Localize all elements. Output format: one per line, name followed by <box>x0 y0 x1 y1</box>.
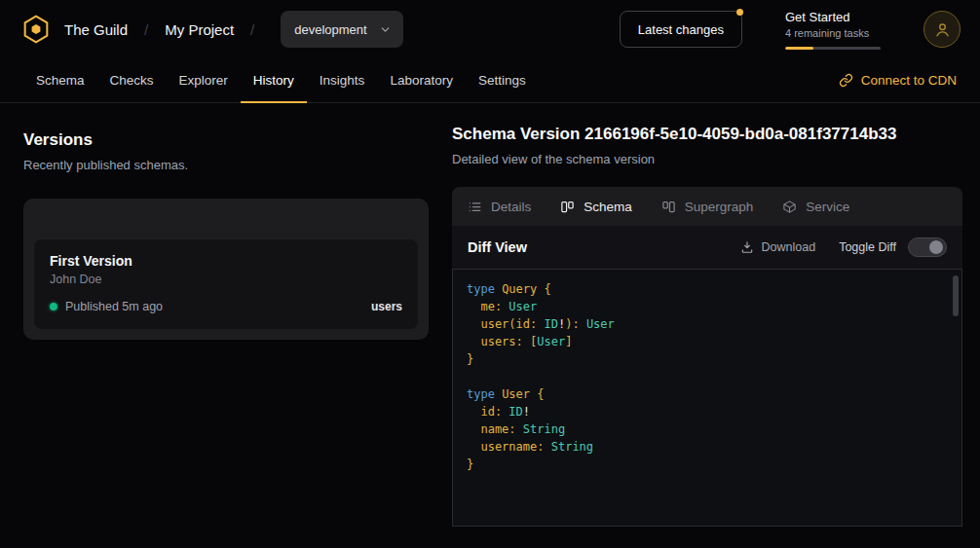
tab-details[interactable]: Details <box>468 200 531 214</box>
environment-selector[interactable]: development <box>281 11 402 48</box>
detail-tabs: Details Schema Supergraph <box>452 187 962 226</box>
diff-actions: Download Toggle Diff <box>740 237 947 257</box>
version-detail-section: Schema Version 2166196f-5e10-4059-bd0a-0… <box>452 125 980 548</box>
tab-service-label: Service <box>806 200 849 214</box>
toggle-diff-group: Toggle Diff <box>839 237 947 257</box>
version-name: First Version <box>50 253 402 269</box>
nav-tab-explorer[interactable]: Explorer <box>167 58 241 103</box>
version-author: John Doe <box>50 273 402 286</box>
version-status-row: Published 5m ago users <box>50 300 402 313</box>
get-started-subtitle: 4 remaining tasks <box>785 27 881 39</box>
get-started-title: Get Started <box>785 10 881 24</box>
versions-section: Versions Recently published schemas. Fir… <box>0 125 452 548</box>
nav-tab-insights[interactable]: Insights <box>307 58 378 103</box>
main-content: Versions Recently published schemas. Fir… <box>0 103 980 548</box>
schema-icon <box>560 200 575 214</box>
version-detail-subtitle: Detailed view of the schema version <box>452 152 962 166</box>
guild-logo-icon[interactable] <box>19 13 53 46</box>
app-root: The Guild / My Project / development Lat… <box>0 0 980 548</box>
version-status: Published 5m ago <box>65 300 163 313</box>
list-icon <box>468 200 482 214</box>
nav-tab-checks[interactable]: Checks <box>97 58 167 103</box>
breadcrumb-separator: / <box>144 21 148 38</box>
top-header: The Guild / My Project / development Lat… <box>0 0 980 58</box>
download-label: Download <box>762 240 816 254</box>
tab-schema-label: Schema <box>584 200 632 214</box>
diff-view-header: Diff View Download Toggle Diff <box>452 226 962 269</box>
progress-fill <box>785 47 813 50</box>
connect-to-cdn-link[interactable]: Connect to CDN <box>839 58 957 102</box>
latest-changes-button[interactable]: Latest changes <box>620 11 742 48</box>
nav-tab-settings[interactable]: Settings <box>466 58 539 103</box>
tab-supergraph-label: Supergraph <box>685 200 754 214</box>
latest-changes-label: Latest changes <box>638 22 724 37</box>
person-icon <box>933 20 952 39</box>
toggle-diff-label: Toggle Diff <box>839 240 896 254</box>
tab-schema[interactable]: Schema <box>560 200 632 214</box>
breadcrumb-project[interactable]: My Project <box>165 21 234 38</box>
version-detail-title: Schema Version 2166196f-5e10-4059-bd0a-0… <box>452 125 962 144</box>
vertical-scrollbar-thumb[interactable] <box>953 275 959 316</box>
breadcrumb: The Guild / My Project / development <box>19 11 403 48</box>
versions-title: Versions <box>23 130 429 150</box>
schema-code-block: type Query { me: User user(id: ID!): Use… <box>452 269 962 527</box>
breadcrumb-org[interactable]: The Guild <box>64 21 128 38</box>
user-avatar[interactable] <box>923 11 961 48</box>
diff-view-title: Diff View <box>468 239 527 255</box>
package-icon <box>782 200 797 214</box>
nav-tab-laboratory[interactable]: Laboratory <box>377 58 466 103</box>
versions-subtitle: Recently published schemas. <box>23 158 429 172</box>
toggle-diff-switch[interactable] <box>908 237 947 257</box>
tab-supergraph[interactable]: Supergraph <box>661 200 754 214</box>
code-content[interactable]: type Query { me: User user(id: ID!): Use… <box>453 270 961 484</box>
chevron-down-icon <box>379 23 392 36</box>
main-nav: Schema Checks Explorer History Insights … <box>0 58 980 103</box>
tab-details-label: Details <box>491 200 531 214</box>
toggle-knob <box>929 240 943 254</box>
get-started-widget[interactable]: Get Started 4 remaining tasks <box>785 10 881 50</box>
version-service-badge: users <box>371 300 402 313</box>
version-list-item[interactable]: First Version John Doe Published 5m ago … <box>34 239 418 329</box>
versions-card: First Version John Doe Published 5m ago … <box>23 199 429 340</box>
download-icon <box>740 240 754 254</box>
nav-tab-schema[interactable]: Schema <box>23 58 97 103</box>
get-started-progress-track <box>785 47 881 50</box>
version-detail-panel: Details Schema Supergraph <box>452 187 962 527</box>
link-icon <box>839 73 853 88</box>
breadcrumb-separator: / <box>250 21 254 38</box>
connect-to-cdn-label: Connect to CDN <box>861 73 957 88</box>
notification-dot <box>736 9 743 16</box>
supergraph-icon <box>661 200 676 214</box>
published-status-dot <box>50 303 57 311</box>
topbar-right: Latest changes Get Started 4 remaining t… <box>620 10 961 50</box>
nav-tab-history[interactable]: History <box>241 58 307 103</box>
tab-service[interactable]: Service <box>782 200 849 214</box>
environment-selector-value: development <box>294 22 366 37</box>
download-button[interactable]: Download <box>740 240 816 254</box>
